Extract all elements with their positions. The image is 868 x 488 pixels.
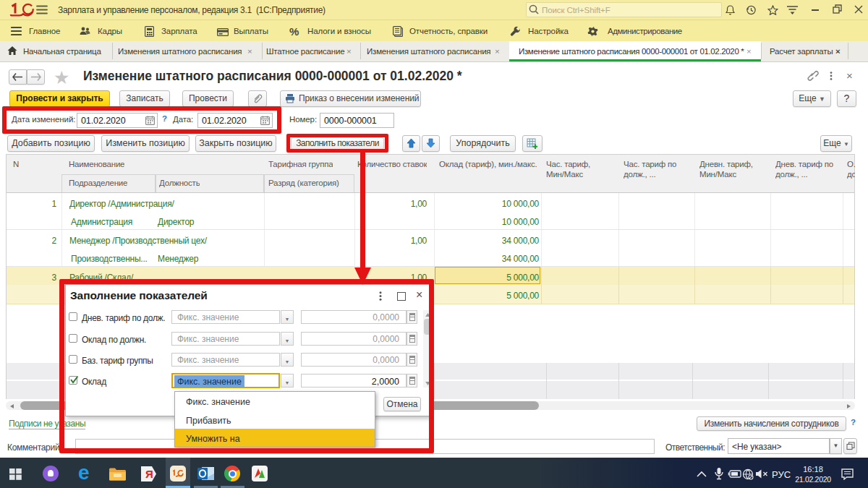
svg-text:Я: Я xyxy=(145,468,153,480)
